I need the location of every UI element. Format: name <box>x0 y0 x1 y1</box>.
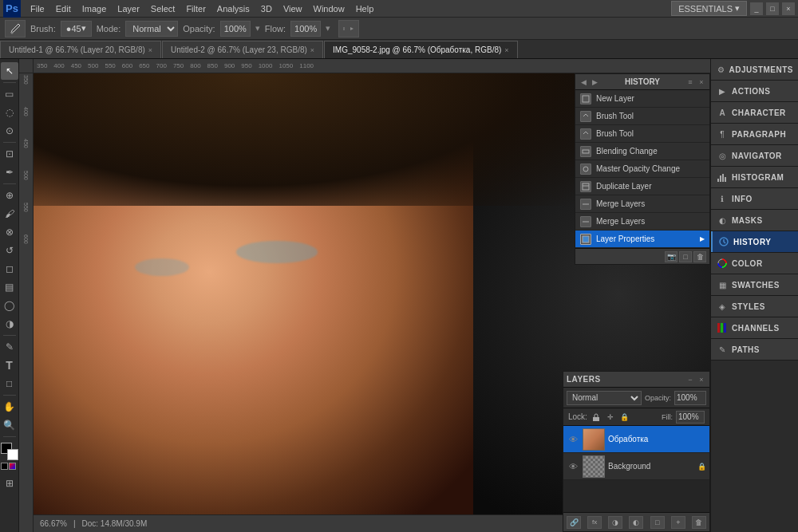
menu-window[interactable]: Window <box>309 2 350 15</box>
sidebar-navigator-header[interactable]: ◎ NAVIGATOR <box>711 145 798 166</box>
history-item-1[interactable]: Brush Tool <box>575 108 709 125</box>
quick-selection-tool[interactable]: ⊙ <box>1 122 18 140</box>
healing-tool[interactable]: ⊕ <box>1 187 18 204</box>
marquee-tool[interactable]: ▭ <box>1 85 18 103</box>
history-item-2[interactable]: Brush Tool <box>575 125 709 143</box>
sidebar-histogram-header[interactable]: HISTOGRAM <box>711 167 798 187</box>
airbrush-button[interactable] <box>338 20 359 37</box>
zoom-tool[interactable]: 🔍 <box>1 416 18 434</box>
dodge-tool[interactable]: ◑ <box>1 315 18 333</box>
history-item-6[interactable]: Merge Layers <box>575 195 709 213</box>
tab-2-close[interactable]: × <box>504 46 508 54</box>
sidebar-channels-header[interactable]: CHANNELS <box>711 317 798 338</box>
layers-mask-btn[interactable]: ◑ <box>608 516 622 529</box>
blend-mode-select[interactable]: Normal <box>567 391 642 405</box>
eyedropper-tool[interactable]: ✒ <box>1 164 18 181</box>
history-menu-btn[interactable]: ≡ <box>685 77 695 87</box>
menu-3d[interactable]: 3D <box>256 2 277 15</box>
mode-select[interactable]: Normal <box>125 21 178 37</box>
layer-eye-background[interactable]: 👁 <box>567 460 579 473</box>
color-swatches[interactable] <box>1 443 18 460</box>
layer-row-obrabotka[interactable]: 👁 Обработка <box>563 426 709 453</box>
fill-layers-input[interactable] <box>676 411 705 424</box>
quick-mask-on[interactable] <box>9 463 16 470</box>
opacity-value[interactable]: 100% <box>220 21 251 37</box>
sidebar-info-header[interactable]: ℹ INFO <box>711 188 798 209</box>
menu-analysis[interactable]: Analysis <box>212 2 255 15</box>
tab-1-close[interactable]: × <box>310 46 314 54</box>
sidebar-history-header[interactable]: HISTORY <box>711 231 798 252</box>
history-item-4[interactable]: Master Opacity Change <box>575 160 709 178</box>
brush-tool-button[interactable] <box>5 20 26 37</box>
menu-help[interactable]: Help <box>351 2 379 15</box>
menu-filter[interactable]: Filter <box>181 2 210 15</box>
sidebar-paths-header[interactable]: ✎ PATHS <box>711 339 798 360</box>
layers-adj-btn[interactable]: ◐ <box>629 516 643 529</box>
history-item-7[interactable]: Merge Layers <box>575 213 709 231</box>
clone-tool[interactable]: ⊗ <box>1 223 18 241</box>
layers-new-btn[interactable]: + <box>671 516 685 529</box>
layers-delete-btn[interactable]: 🗑 <box>692 516 706 529</box>
tab-0-close[interactable]: × <box>148 46 152 54</box>
history-snapshot-btn[interactable]: 📷 <box>665 251 678 262</box>
layer-eye-obrabotka[interactable]: 👁 <box>567 433 579 446</box>
sidebar-actions-header[interactable]: ▶ ACTIONS <box>711 81 798 101</box>
brush-tool[interactable]: 🖌 <box>1 205 18 223</box>
history-brush-tool[interactable]: ↺ <box>1 242 18 259</box>
opacity-layers-input[interactable] <box>674 391 706 405</box>
menu-image[interactable]: Image <box>77 2 112 15</box>
essentials-button[interactable]: ESSENTIALS ▾ <box>671 1 747 16</box>
layers-close-btn[interactable]: × <box>697 375 706 384</box>
menu-select[interactable]: Select <box>146 2 180 15</box>
gradient-tool[interactable]: ▤ <box>1 278 18 296</box>
background-color[interactable] <box>7 449 18 460</box>
sidebar-paragraph-header[interactable]: ¶ PARAGRAPH <box>711 124 798 144</box>
minimize-button[interactable]: _ <box>750 2 763 15</box>
text-tool[interactable]: T <box>1 357 18 374</box>
quick-mask-off[interactable] <box>1 463 8 470</box>
lock-all-btn[interactable]: 🔒 <box>619 412 630 423</box>
menu-layer[interactable]: Layer <box>113 2 144 15</box>
lock-pixels-btn[interactable] <box>591 412 602 423</box>
layers-link-btn[interactable]: 🔗 <box>567 516 581 529</box>
history-delete-btn[interactable]: 🗑 <box>693 251 706 262</box>
history-item-5[interactable]: Duplicate Layer <box>575 178 709 195</box>
layers-fx-btn[interactable]: fx <box>587 516 602 529</box>
menu-file[interactable]: File <box>26 2 49 15</box>
maximize-button[interactable]: □ <box>766 2 779 15</box>
tab-2[interactable]: IMG_9058-2.jpg @ 66.7% (Обработка, RGB/8… <box>324 41 517 58</box>
history-item-8[interactable]: Layer Properties ▶ <box>575 231 709 248</box>
layer-row-background[interactable]: 👁 Background 🔒 <box>563 453 709 480</box>
hand-tool[interactable]: ✋ <box>1 398 18 416</box>
history-item-0[interactable]: New Layer <box>575 90 709 108</box>
sidebar-masks-header[interactable]: ◐ MASKS <box>711 210 798 231</box>
sidebar-character-header[interactable]: A CHARACTER <box>711 102 798 123</box>
tab-1[interactable]: Untitled-2 @ 66.7% (Layer 23, RGB/8) × <box>162 41 323 58</box>
layers-group-btn[interactable]: □ <box>650 516 665 529</box>
brush-size-picker[interactable]: ● 45 ▾ <box>61 21 92 37</box>
shape-tool[interactable]: □ <box>1 375 18 392</box>
flow-value[interactable]: 100% <box>290 21 321 37</box>
menu-view[interactable]: View <box>279 2 307 15</box>
lasso-tool[interactable]: ◌ <box>1 104 18 121</box>
sidebar-styles-header[interactable]: ◈ STYLES <box>711 296 798 317</box>
screen-mode-button[interactable]: ⊞ <box>1 475 18 492</box>
close-button[interactable]: × <box>782 2 795 15</box>
history-collapse-btn[interactable]: ◀ <box>579 77 588 87</box>
tab-0[interactable]: Untitled-1 @ 66.7% (Layer 20, RGB/8) × <box>0 41 161 58</box>
menu-edit[interactable]: Edit <box>51 2 76 15</box>
blur-tool[interactable]: ◯ <box>1 297 18 314</box>
history-expand-btn[interactable]: ▶ <box>590 77 599 87</box>
sidebar-swatches-header[interactable]: ▦ SWATCHES <box>711 274 798 295</box>
sidebar-color-header[interactable]: COLOR <box>711 253 798 274</box>
sidebar-adjustments-header[interactable]: ⚙ ADJUSTMENTS <box>711 59 798 80</box>
eraser-tool[interactable]: ◻ <box>1 260 18 278</box>
crop-tool[interactable]: ⊡ <box>1 145 18 163</box>
history-item-3[interactable]: Blending Change <box>575 143 709 160</box>
move-tool[interactable]: ↖ <box>1 62 18 80</box>
pen-tool[interactable]: ✎ <box>1 338 18 356</box>
history-new-btn[interactable]: □ <box>679 251 692 262</box>
lock-position-btn[interactable]: ✛ <box>605 412 616 423</box>
history-close-btn[interactable]: × <box>697 77 706 87</box>
layers-minimize-btn[interactable]: − <box>685 375 695 384</box>
